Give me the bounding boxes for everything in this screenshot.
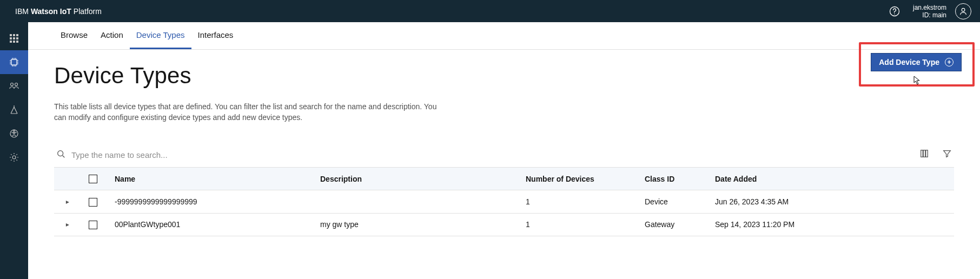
col-header-date-added[interactable]: Date Added [706, 168, 954, 190]
sub-tabs: Browse Action Device Types Interfaces [28, 22, 980, 50]
tab-browse[interactable]: Browse [54, 22, 94, 49]
cell-num-devices: 1 [517, 213, 636, 236]
nav-apps-icon[interactable] [0, 26, 28, 50]
svg-rect-8 [16, 37, 18, 39]
cell-description: my gw type [312, 213, 517, 236]
col-header-description[interactable]: Description [312, 168, 517, 190]
cell-class-id: Gateway [636, 213, 706, 236]
col-header-class-id[interactable]: Class ID [636, 168, 706, 190]
expand-row-icon[interactable]: ▾ [63, 223, 71, 227]
table-header-row: Name Description Number of Devices Class… [54, 168, 954, 190]
cell-num-devices: 1 [517, 190, 636, 213]
add-device-type-button[interactable]: Add Device Type + [871, 53, 962, 71]
tab-label: Browse [61, 30, 88, 39]
product-brand: IBM Watson IoT Platform [15, 7, 102, 16]
user-id: ID: main [913, 11, 946, 19]
page-title: Device Types [54, 63, 954, 89]
expand-row-icon[interactable]: ▾ [63, 201, 71, 204]
svg-rect-7 [13, 37, 15, 39]
user-avatar-icon[interactable] [955, 3, 971, 19]
page-description: This table lists all device types that a… [54, 102, 443, 123]
svg-rect-20 [926, 150, 928, 157]
cell-date-added: Jun 26, 2023 4:35 AM [706, 190, 954, 213]
cell-class-id: Device [636, 190, 706, 213]
select-all-checkbox[interactable] [89, 175, 97, 183]
svg-point-17 [58, 150, 63, 156]
tab-device-types[interactable]: Device Types [130, 22, 191, 49]
left-nav [0, 22, 28, 279]
svg-rect-9 [10, 41, 12, 43]
row-checkbox[interactable] [89, 221, 97, 229]
brand-platform: Platform [74, 7, 102, 16]
col-header-name[interactable]: Name [106, 168, 312, 190]
plus-circle-icon: + [945, 58, 953, 67]
help-icon[interactable] [889, 6, 900, 17]
user-name: jan.ekstrom [913, 4, 946, 11]
global-header: IBM Watson IoT Platform jan.ekstrom ID: … [0, 0, 980, 22]
cell-name: -9999999999999999999 [106, 190, 312, 213]
tab-label: Device Types [136, 30, 185, 39]
svg-point-13 [11, 83, 14, 86]
nav-architect-icon[interactable] [0, 98, 28, 122]
svg-rect-19 [923, 150, 925, 157]
svg-rect-6 [10, 37, 12, 39]
svg-rect-5 [16, 34, 18, 36]
cell-date-added: Sep 14, 2023 11:20 PM [706, 213, 954, 236]
col-header-num-devices[interactable]: Number of Devices [517, 168, 636, 190]
search-icon [56, 149, 66, 161]
svg-rect-4 [13, 34, 15, 36]
cell-description [312, 190, 517, 213]
table-toolbar [54, 149, 954, 161]
cursor-pointer-icon [913, 76, 921, 85]
svg-rect-3 [10, 34, 12, 36]
svg-rect-12 [11, 59, 17, 65]
brand-ibm: IBM [15, 7, 29, 16]
columns-icon[interactable] [919, 149, 929, 161]
main-pane: Browse Action Device Types Interfaces Ad… [28, 22, 980, 279]
filter-icon[interactable] [942, 149, 952, 161]
tab-label: Action [101, 30, 123, 39]
svg-point-1 [894, 14, 895, 15]
svg-point-14 [15, 83, 18, 86]
user-info: jan.ekstrom ID: main [913, 4, 946, 19]
svg-rect-11 [16, 41, 18, 43]
tab-interfaces[interactable]: Interfaces [191, 22, 240, 49]
table-row[interactable]: ▾ 00PlantGWtype001 my gw type 1 Gateway … [54, 213, 954, 236]
table-row[interactable]: ▾ -9999999999999999999 1 Device Jun 26, … [54, 190, 954, 213]
svg-point-16 [12, 156, 16, 159]
add-device-type-highlight: Add Device Type + [859, 42, 975, 87]
row-checkbox[interactable] [89, 198, 97, 207]
nav-settings-icon[interactable] [0, 145, 28, 169]
tab-action[interactable]: Action [94, 22, 130, 49]
device-types-table: Name Description Number of Devices Class… [54, 167, 954, 236]
add-device-type-label: Add Device Type [879, 58, 939, 67]
svg-rect-18 [921, 150, 923, 157]
svg-rect-10 [13, 41, 15, 43]
search-input[interactable] [71, 150, 288, 160]
nav-devices-icon[interactable] [0, 50, 28, 74]
svg-point-2 [962, 8, 965, 11]
nav-members-icon[interactable] [0, 74, 28, 98]
tab-label: Interfaces [198, 30, 234, 39]
nav-security-icon[interactable] [0, 122, 28, 145]
brand-watson: Watson IoT [31, 7, 71, 16]
cell-name: 00PlantGWtype001 [106, 213, 312, 236]
